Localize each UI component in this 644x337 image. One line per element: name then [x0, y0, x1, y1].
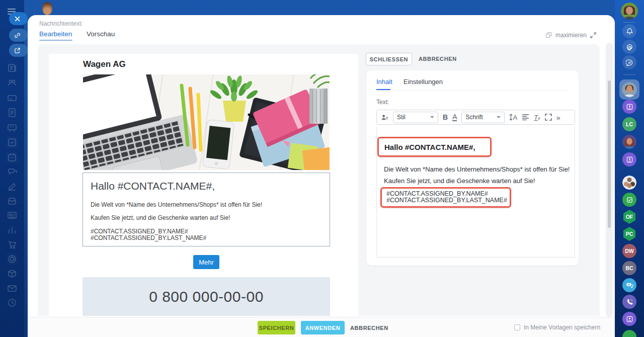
active-chat-highlight[interactable]: [619, 79, 639, 100]
copilot-button[interactable]: [622, 40, 636, 54]
tab-vorschau[interactable]: Vorschau: [87, 30, 115, 38]
abbrechen-button-bottom[interactable]: ABBRECHEN: [350, 321, 388, 334]
style-select[interactable]: Stil: [393, 112, 438, 123]
expand-arrows-icon: [590, 32, 596, 38]
document-icon[interactable]: [7, 108, 17, 118]
box-icon[interactable]: [7, 269, 17, 279]
chat-item-contact[interactable]: [622, 152, 636, 166]
tab-inhalt[interactable]: Inhalt: [376, 78, 392, 86]
editor-placeholder-2: #CONTACT.ASSIGNED_BY.LAST_NAME#: [386, 197, 507, 204]
chat-avatar-man[interactable]: [622, 82, 637, 97]
open-in-new-button[interactable]: [9, 44, 28, 57]
editor-tab-underline: [376, 89, 390, 90]
editor-card: Inhalt Einstellungen Text: Stil B A Schr…: [366, 70, 579, 266]
close-icon: [14, 16, 21, 22]
tab-bearbeiten[interactable]: Bearbeiten: [39, 30, 72, 38]
anwenden-button[interactable]: ANWENDEN: [301, 321, 345, 334]
email-hero-image: [83, 74, 330, 170]
editor-body-line-1: Die Welt von *Name des Unternehmens/Shop…: [384, 165, 570, 173]
schliessen-button[interactable]: SCHLIESSEN: [366, 53, 412, 65]
contact-badge-icon: [626, 103, 633, 111]
email-phone-number: 0 800 000-00-00: [149, 288, 264, 305]
chat-sync-icon: [626, 59, 633, 66]
chat-item-of[interactable]: OF: [622, 210, 636, 224]
task-check-icon[interactable]: [6, 136, 18, 148]
chat-item-channel[interactable]: [622, 278, 636, 292]
abbrechen-button-top[interactable]: ABBRECHEN: [419, 56, 457, 62]
speichern-button[interactable]: SPEICHERN: [258, 321, 295, 334]
card-icon[interactable]: [7, 93, 17, 103]
maximize-control[interactable]: maximieren: [546, 32, 596, 39]
users-icon[interactable]: [7, 78, 17, 88]
email-company-name: Wagen AG: [83, 59, 126, 69]
contact-badge-icon: [626, 315, 633, 323]
contact-badge-icon: [626, 156, 633, 163]
chat-avatar-woman[interactable]: [622, 135, 636, 149]
slider-panel: Nachrichtentext: Bearbeiten Vorschau max…: [28, 15, 615, 337]
peeking-avatar: [42, 2, 52, 15]
bell-icon: [626, 28, 633, 35]
calendar-icon[interactable]: [6, 151, 18, 163]
right-sidebar: LC OF PC DW BC: [615, 0, 644, 337]
fullscreen-button[interactable]: [545, 114, 552, 121]
chat-item-dw[interactable]: DW: [622, 244, 636, 258]
email-phone-footer: 0 800 000-00-00: [83, 277, 330, 316]
chat-group-avatar[interactable]: [622, 176, 636, 190]
phone-icon: [626, 298, 633, 306]
app-window: Nachrichtentext: Bearbeiten Vorschau max…: [0, 0, 644, 337]
text-field-label: Text:: [376, 99, 389, 106]
restore-window-icon: [546, 32, 552, 38]
scrollbar-thumb[interactable]: [608, 80, 611, 228]
chat-item-partial[interactable]: [622, 330, 636, 337]
chat-item-bc[interactable]: BC: [622, 261, 636, 275]
stats-icon[interactable]: [7, 225, 17, 235]
sign-pen-icon[interactable]: [7, 181, 17, 191]
save-template-checkbox[interactable]: [514, 324, 520, 330]
editor-body-line-2: Kaufen Sie jetzt, und die Geschenke wart…: [384, 177, 535, 185]
cart-icon[interactable]: [7, 239, 17, 249]
external-link-icon: [14, 47, 21, 54]
rail-divider: [623, 74, 635, 75]
chat-item-contact[interactable]: [622, 100, 636, 114]
active-tab-underline: [39, 40, 72, 41]
more-button[interactable]: Mehr: [193, 255, 219, 269]
font-size-button[interactable]: A: [509, 114, 517, 121]
clock-icon[interactable]: [7, 298, 17, 308]
font-select[interactable]: Schrift: [461, 112, 505, 123]
updown-arrow-icon: [509, 114, 513, 121]
editor-content-area[interactable]: Hallo #CONTACT.NAME#, Die Welt von *Name…: [376, 127, 575, 258]
drawer-icon[interactable]: [7, 196, 17, 206]
copilot-spiral-icon: [626, 43, 633, 51]
chat-icon[interactable]: [7, 166, 17, 177]
editor-greeting: Hallo #CONTACT.NAME#,: [384, 143, 475, 151]
email-placeholder-2: #CONTACT.ASSIGNED_BY.LAST_NAME#: [91, 234, 206, 241]
text-color-button[interactable]: A: [452, 114, 457, 121]
copy-link-button[interactable]: [9, 29, 28, 42]
save-template-label: In Meine Vorlagen speichern: [524, 324, 600, 331]
align-button[interactable]: [522, 114, 529, 120]
bold-button[interactable]: B: [443, 113, 448, 121]
chat-item-contact[interactable]: [622, 312, 636, 326]
notifications-button[interactable]: [622, 24, 636, 38]
chat-item-lc[interactable]: LC: [622, 117, 636, 131]
chat-item-pc[interactable]: PC: [622, 227, 636, 241]
mail-icon[interactable]: [7, 283, 17, 293]
email-text-block: Hallo #CONTACT.NAME#, Die Welt von *Name…: [83, 173, 330, 246]
mention-person-icon[interactable]: [381, 114, 388, 121]
contact-card-icon[interactable]: [7, 210, 17, 220]
news-icon[interactable]: [7, 63, 17, 73]
tabs-divider: [376, 91, 569, 91]
link-icon: [14, 32, 21, 39]
toolbar-more-button[interactable]: »: [556, 113, 560, 122]
email-greeting: Hallo #CONTACT.NAME#,: [91, 180, 215, 192]
tab-einstellungen[interactable]: Einstellungen: [404, 78, 443, 86]
messenger-button[interactable]: [622, 55, 636, 69]
close-slider-button[interactable]: [9, 12, 28, 25]
chat-item-telephony[interactable]: [622, 295, 636, 309]
email-placeholder-1: #CONTACT.ASSIGNED_BY.NAME#: [91, 228, 188, 235]
clear-format-button[interactable]: Tx: [534, 114, 540, 121]
presentation-icon[interactable]: [7, 123, 17, 133]
profile-avatar[interactable]: [621, 3, 638, 20]
chat-item-tasks[interactable]: [622, 193, 636, 207]
crm-target-icon[interactable]: [6, 253, 18, 265]
